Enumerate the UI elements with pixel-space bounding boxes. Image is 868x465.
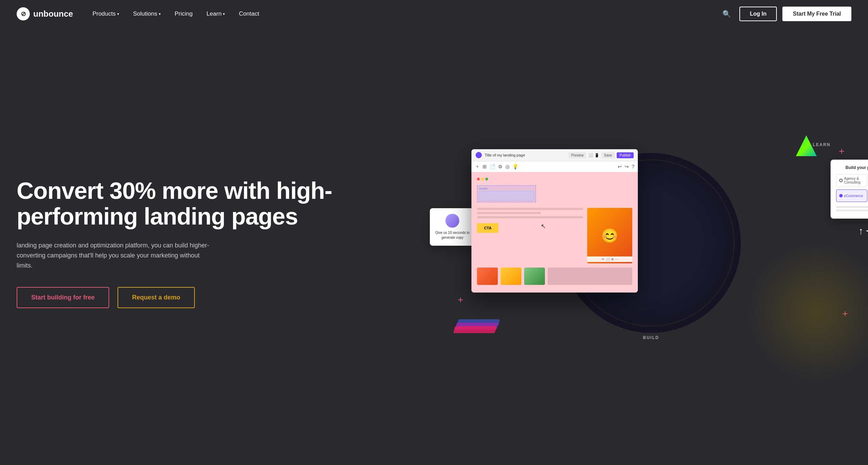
chevron-down-icon: ▾ bbox=[159, 12, 161, 16]
request-demo-button[interactable]: Request a demo bbox=[118, 287, 195, 308]
settings-icon[interactable]: ⚙ bbox=[498, 164, 503, 169]
panel-content-lines bbox=[836, 206, 868, 211]
build-label: BUILD bbox=[643, 335, 659, 340]
mockup-buttons: Preview ⬜ 📱 Save Publish bbox=[568, 152, 634, 158]
crop-icon[interactable]: ⊕ bbox=[611, 257, 614, 261]
stack-layers bbox=[454, 305, 503, 333]
image-toolbar: ✏ ⬜ ⊕ ··· bbox=[587, 256, 632, 262]
thumbnail-2[interactable] bbox=[501, 268, 521, 285]
mockup-hero-image: 😊 ✏ ⬜ ⊕ ··· bbox=[587, 208, 632, 263]
cursor-icon: ↖ bbox=[541, 222, 546, 230]
bg-orb bbox=[747, 243, 868, 382]
thumbnail-1[interactable] bbox=[477, 268, 498, 285]
target-icon[interactable]: ◎ bbox=[505, 164, 510, 169]
nav-solutions[interactable]: Solutions ▾ bbox=[128, 8, 166, 20]
plus-icon: + bbox=[839, 146, 844, 157]
badge-30: ↑ +30 bbox=[859, 226, 868, 237]
more-icon[interactable]: ··· bbox=[615, 257, 618, 261]
ai-copy-widget: Give us 10 seconds to generate copy bbox=[430, 208, 475, 246]
mockup-input-placeholder[interactable] bbox=[479, 191, 534, 201]
hero-section: Convert 30% more with high-performing la… bbox=[0, 28, 868, 465]
login-button[interactable]: Log In bbox=[739, 7, 777, 21]
edit-icon[interactable]: ✏ bbox=[602, 257, 605, 261]
mockup-body: Header ↖ CTA 😊 ✏ bbox=[471, 172, 638, 293]
panel-title: Build your perfect page bbox=[836, 165, 868, 170]
thumbnail-3[interactable] bbox=[524, 268, 545, 285]
hero-buttons: Start building for free Request a demo bbox=[17, 287, 437, 308]
add-icon[interactable]: ＋ bbox=[475, 163, 480, 170]
mockup-logo bbox=[476, 152, 482, 158]
nav-learn[interactable]: Learn ▾ bbox=[201, 8, 231, 20]
plus-icon-3: + bbox=[842, 308, 848, 319]
panel-line-short bbox=[836, 210, 868, 211]
start-free-button[interactable]: Start building for free bbox=[17, 287, 109, 308]
redo-icon[interactable]: ↪ bbox=[625, 164, 629, 169]
mockup-line-bottom bbox=[548, 268, 632, 285]
mockup-window: Title of my landing page Preview ⬜ 📱 Sav… bbox=[471, 149, 638, 293]
mockup-text-col: CTA bbox=[477, 208, 583, 263]
chevron-down-icon: ▾ bbox=[223, 12, 225, 16]
navbar: ⊘ unbounce Products ▾ Solutions ▾ Pricin… bbox=[0, 0, 868, 28]
mockup-thumbnails bbox=[477, 268, 632, 287]
mockup-toolbar: ＋ ⊞ 📄 ⚙ ◎ 💡 ↩ ↪ ? bbox=[471, 161, 638, 172]
mockup-topbar: Title of my landing page Preview ⬜ 📱 Sav… bbox=[471, 149, 638, 161]
nav-contact[interactable]: Contact bbox=[233, 8, 265, 20]
mockup-save-button[interactable]: Save bbox=[601, 152, 615, 158]
nav-pricing[interactable]: Pricing bbox=[169, 8, 198, 20]
page-icon[interactable]: 📄 bbox=[489, 164, 495, 169]
hero-illustration: LEARN + + + OPTIMIZE ↑ +30 🐥 Give us 10 … bbox=[451, 139, 851, 347]
content-line-short bbox=[477, 212, 541, 214]
mockup-publish-button[interactable]: Publish bbox=[617, 152, 634, 158]
dot-red bbox=[477, 178, 480, 180]
search-icon[interactable]: 🔍 bbox=[720, 8, 734, 19]
mockup-device-icon: ⬜ 📱 bbox=[588, 153, 599, 158]
dot-yellow bbox=[481, 178, 484, 180]
mockup-dots bbox=[477, 178, 632, 180]
radio-icon bbox=[839, 179, 843, 182]
build-panel: Build your perfect page Agency & Consult… bbox=[831, 160, 868, 219]
content-line-2 bbox=[477, 216, 583, 218]
logo-icon: ⊘ bbox=[17, 7, 30, 20]
plus-icon-2: + bbox=[458, 294, 463, 305]
trial-button[interactable]: Start My Free Trial bbox=[782, 7, 851, 21]
ai-widget-text: Give us 10 seconds to generate copy bbox=[434, 230, 471, 240]
radio-icon-active bbox=[839, 194, 843, 197]
layer-1 bbox=[453, 326, 496, 333]
mockup-preview-button[interactable]: Preview bbox=[568, 152, 587, 158]
hero-subtitle: landing page creation and optimization p… bbox=[17, 240, 211, 270]
nav-actions: 🔍 Log In Start My Free Trial bbox=[720, 7, 851, 21]
option-agency[interactable]: Agency & Consulting bbox=[836, 174, 867, 187]
panel-line bbox=[836, 206, 868, 208]
person-illustration: 😊 bbox=[587, 208, 632, 263]
help-icon[interactable]: ? bbox=[632, 164, 634, 169]
panel-options: Agency & Consulting Health & Wellness eC… bbox=[836, 174, 868, 202]
triangle-decoration bbox=[796, 135, 817, 156]
mockup-header-label: Header bbox=[479, 187, 534, 190]
mockup-page-title: Title of my landing page bbox=[485, 153, 566, 157]
option-ecommerce[interactable]: eCommerce bbox=[836, 189, 867, 202]
mockup-cta-button[interactable]: CTA bbox=[477, 223, 498, 233]
chevron-down-icon: ▾ bbox=[117, 12, 119, 16]
bulb-icon[interactable]: 💡 bbox=[512, 164, 518, 169]
logo[interactable]: ⊘ unbounce bbox=[17, 7, 73, 20]
frame-icon[interactable]: ⬜ bbox=[606, 257, 610, 261]
hero-title: Convert 30% more with high-performing la… bbox=[17, 178, 437, 230]
logo-text: unbounce bbox=[33, 9, 73, 19]
undo-icon[interactable]: ↩ bbox=[618, 164, 622, 169]
nav-products[interactable]: Products ▾ bbox=[87, 8, 125, 20]
nav-links: Products ▾ Solutions ▾ Pricing Learn ▾ C… bbox=[87, 8, 720, 20]
dot-green bbox=[485, 178, 488, 180]
mockup-content: CTA 😊 ✏ ⬜ ⊕ ··· bbox=[477, 208, 632, 263]
ai-icon bbox=[445, 214, 459, 228]
select-icon[interactable]: ⊞ bbox=[483, 164, 487, 169]
content-line bbox=[477, 208, 583, 210]
hero-content: Convert 30% more with high-performing la… bbox=[17, 178, 451, 308]
mockup-header-element[interactable]: Header bbox=[477, 185, 536, 202]
